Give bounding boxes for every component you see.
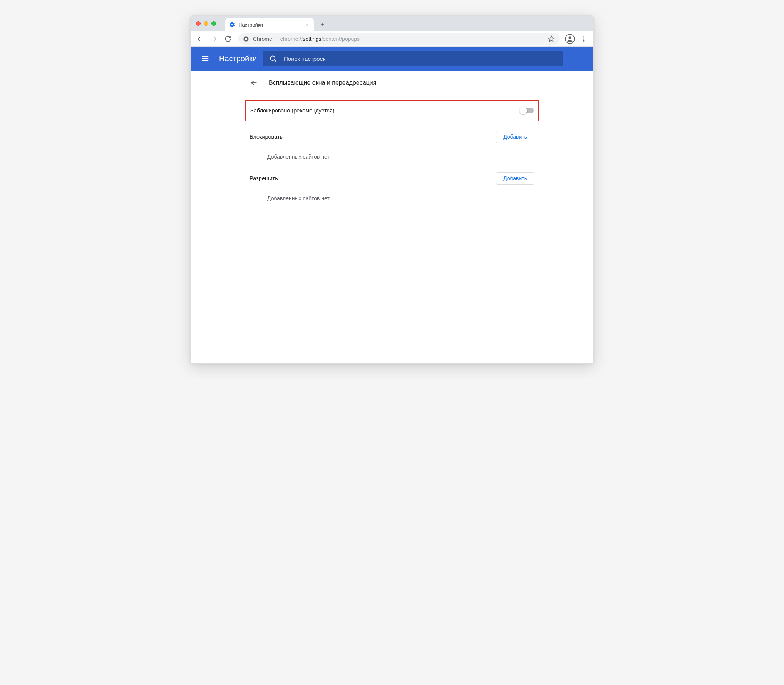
kebab-menu-button[interactable] [578,33,590,45]
allow-empty-message: Добавленных сайтов нет [250,185,534,205]
browser-window: Настройки Chrome [190,15,594,364]
block-add-button[interactable]: Добавить [496,131,534,143]
search-icon [269,55,277,62]
tab-title: Настройки [238,22,301,28]
allow-section: Разрешить Добавить Добавленных сайтов не… [241,163,543,205]
hamburger-menu-button[interactable] [198,51,213,66]
allow-add-button[interactable]: Добавить [496,172,534,185]
gear-icon [229,22,235,28]
tab-settings[interactable]: Настройки [225,18,314,31]
tab-strip: Настройки [191,16,593,31]
close-tab-button[interactable] [304,22,310,28]
settings-app-title: Настройки [219,54,257,63]
reload-button[interactable] [222,33,234,45]
window-close-button[interactable] [196,21,201,26]
allow-section-title: Разрешить [250,175,278,181]
svg-point-3 [569,36,571,39]
panel-title: Всплывающие окна и переадресация [269,79,376,86]
back-button[interactable] [194,33,206,45]
window-minimize-button[interactable] [204,21,208,26]
block-section: Блокировать Добавить Добавленных сайтов … [241,121,543,163]
popup-block-toggle[interactable] [521,108,534,113]
forward-button[interactable] [208,33,220,45]
svg-point-5 [583,38,585,39]
tabs-area: Настройки [225,16,328,31]
settings-search-bar[interactable] [263,51,563,66]
settings-header: Настройки [191,47,593,71]
settings-search-input[interactable] [284,55,557,62]
window-controls [196,21,216,26]
omnibox-divider [276,36,276,42]
toggle-label: Заблокировано (рекомендуется) [250,107,335,114]
profile-avatar-button[interactable] [564,33,576,45]
svg-point-7 [270,56,275,60]
block-section-title: Блокировать [250,134,283,140]
chrome-icon [243,36,249,42]
browser-toolbar: Chrome chrome://settings/content/popups [191,31,593,47]
panel-header: Всплывающие окна и переадресация [241,71,543,94]
toggle-knob [519,107,527,114]
svg-point-1 [245,38,247,40]
block-empty-message: Добавленных сайтов нет [250,143,534,163]
settings-page-body: Всплывающие окна и переадресация Заблоки… [191,71,593,363]
omnibox-url: chrome://settings/content/popups [280,36,544,42]
svg-point-6 [583,40,585,41]
popup-block-toggle-row: Заблокировано (рекомендуется) [245,100,539,121]
window-maximize-button[interactable] [211,21,216,26]
omnibox-label: Chrome [253,36,272,42]
new-tab-button[interactable] [317,19,328,30]
settings-panel: Всплывающие окна и переадресация Заблоки… [241,71,543,363]
panel-back-button[interactable] [249,77,260,88]
svg-point-4 [583,36,585,37]
address-bar[interactable]: Chrome chrome://settings/content/popups [238,33,560,45]
bookmark-star-icon[interactable] [548,35,555,42]
